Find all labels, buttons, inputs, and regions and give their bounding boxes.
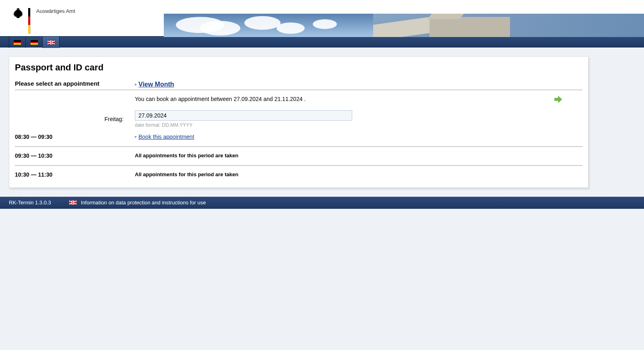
- site-title: Auswärtiges Amt: [36, 7, 75, 14]
- page-title: Passport and ID card: [15, 62, 582, 73]
- date-input[interactable]: [135, 110, 352, 121]
- appointment-card: Passport and ID card Please select an ap…: [9, 56, 588, 188]
- triangle-bullet-icon: ▸: [135, 134, 137, 139]
- slot-taken-text: All appointments for this period are tak…: [135, 171, 238, 177]
- slot-row: 09:30 — 10:30All appointments for this p…: [15, 147, 582, 166]
- header: Auswärtiges Amt: [0, 0, 644, 36]
- slot-time: 10:30 — 11:30: [15, 171, 135, 178]
- slot-action: ▸Book this appointment: [135, 134, 194, 140]
- slot-time: 09:30 — 10:30: [15, 152, 135, 159]
- flag-de-icon: [30, 40, 38, 45]
- subheader-row: Please select an appointment ▸ View Mont…: [15, 80, 582, 90]
- lang-tab-en[interactable]: [43, 37, 60, 48]
- footer: RK-Termin 1.3.0.3 Information on data pr…: [0, 197, 644, 209]
- slot-time: 08:30 — 09:30: [15, 134, 135, 140]
- slot-taken-text: All appointments for this period are tak…: [135, 152, 238, 159]
- page-container: Auswärtiges Amt: [0, 0, 644, 209]
- book-appointment-link[interactable]: Book this appointment: [138, 134, 194, 140]
- background-area: [0, 209, 644, 346]
- footer-version: RK-Termin 1.3.0.3: [9, 200, 51, 206]
- date-row: Freitag: date format: DD.MM.YYYY: [15, 102, 582, 128]
- site-logo-area: Auswärtiges Amt: [0, 0, 75, 36]
- next-day-arrow[interactable]: [554, 96, 562, 105]
- footer-info-text: Information on data protection and instr…: [81, 200, 206, 206]
- flag-en-icon: [69, 200, 77, 205]
- lang-tab-de-2[interactable]: [26, 37, 43, 48]
- lang-tab-de-1[interactable]: [9, 37, 26, 48]
- booking-range-text: You can book an appointment between 27.0…: [135, 96, 306, 102]
- date-format-hint: date format: DD.MM.YYYY: [135, 122, 352, 128]
- flag-en-icon: [47, 40, 55, 45]
- date-label: Freitag:: [15, 116, 135, 122]
- footer-info-link[interactable]: Information on data protection and instr…: [69, 200, 206, 206]
- booking-range-row: You can book an appointment between 27.0…: [15, 90, 582, 102]
- view-month-link[interactable]: View Month: [138, 81, 174, 88]
- content-area: Passport and ID card Please select an ap…: [0, 47, 644, 197]
- subheader-text: Please select an appointment: [15, 80, 135, 87]
- federal-eagle-icon: [11, 7, 24, 22]
- header-banner: [164, 14, 644, 37]
- slot-row: 08:30 — 09:30▸Book this appointment: [15, 128, 582, 147]
- view-month-link-wrap: ▸ View Month: [135, 81, 174, 88]
- triangle-bullet-icon: ▸: [135, 82, 137, 87]
- slots-list: 08:30 — 09:30▸Book this appointment09:30…: [15, 128, 582, 178]
- language-nav-bar: [0, 36, 644, 47]
- slot-action: All appointments for this period are tak…: [135, 152, 238, 159]
- slot-action: All appointments for this period are tak…: [135, 171, 238, 177]
- flag-stripe-icon: [28, 8, 31, 34]
- flag-de-icon: [13, 40, 21, 45]
- slot-row: 10:30 — 11:30All appointments for this p…: [15, 166, 582, 178]
